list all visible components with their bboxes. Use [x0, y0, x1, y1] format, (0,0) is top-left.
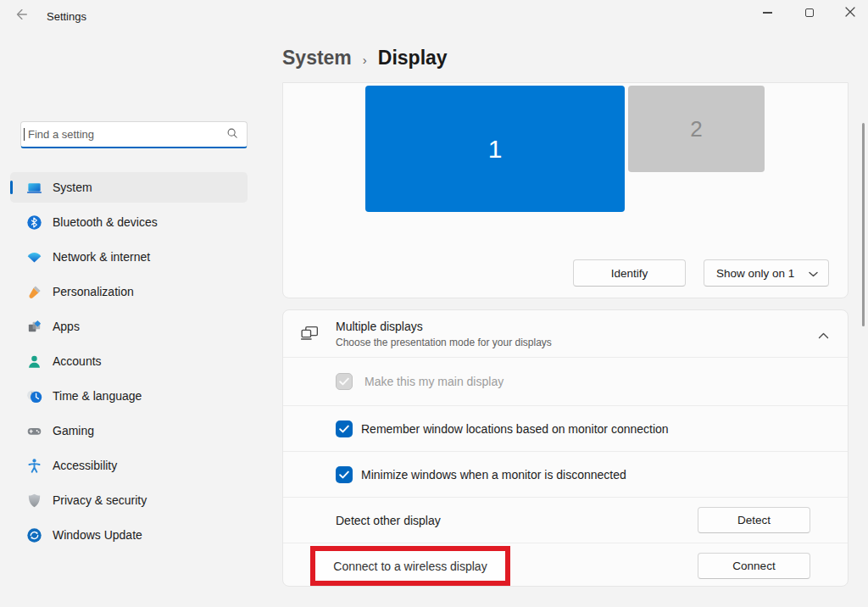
- accounts-icon: [25, 353, 42, 370]
- maximize-icon: [805, 8, 814, 17]
- back-arrow-icon: [14, 7, 29, 25]
- multiple-displays-card: Multiple displays Choose the presentatio…: [282, 309, 849, 587]
- wireless-display-label: Connect to a wireless display: [333, 560, 487, 573]
- breadcrumb: System › Display: [282, 47, 448, 70]
- remember-locations-label: Remember window locations based on monit…: [361, 422, 669, 436]
- wireless-display-row: Connect to a wireless display Connect: [283, 543, 848, 587]
- sidebar-item-accounts[interactable]: Accounts: [10, 346, 248, 376]
- network-icon: [25, 248, 42, 265]
- monitor-1[interactable]: 1: [365, 86, 625, 212]
- maximize-button[interactable]: [791, 0, 828, 25]
- sidebar-item-label: Network & internet: [53, 250, 150, 264]
- apps-icon: [25, 318, 42, 335]
- sidebar-item-system[interactable]: System: [10, 172, 248, 203]
- connect-button[interactable]: Connect: [698, 553, 810, 579]
- show-only-dropdown[interactable]: Show only on 1: [704, 259, 829, 287]
- monitor-2-number: 2: [690, 116, 702, 142]
- minimize-icon: [763, 12, 772, 13]
- remember-locations-checkbox[interactable]: [336, 420, 353, 437]
- sidebar-item-accessibility[interactable]: Accessibility: [10, 450, 248, 481]
- sidebar-item-label: Bluetooth & devices: [53, 215, 158, 229]
- monitor-1-number: 1: [488, 135, 503, 164]
- detect-button[interactable]: Detect: [698, 507, 810, 533]
- back-button[interactable]: [10, 7, 32, 25]
- minimize-windows-option-row: Minimize windows when a monitor is disco…: [283, 451, 848, 497]
- sidebar-item-gaming[interactable]: Gaming: [10, 415, 248, 446]
- sidebar-item-label: Personalization: [53, 285, 134, 298]
- main-display-label: Make this my main display: [364, 375, 504, 388]
- detect-display-label: Detect other display: [336, 514, 441, 527]
- bluetooth-icon: [25, 214, 42, 231]
- time-language-icon: [25, 387, 42, 404]
- sidebar-item-time-language[interactable]: Time & language: [10, 381, 248, 411]
- main-display-checkbox: [336, 373, 353, 390]
- titlebar: Settings: [0, 0, 868, 31]
- minimize-windows-checkbox[interactable]: [336, 466, 353, 483]
- breadcrumb-parent[interactable]: System: [282, 47, 352, 70]
- sidebar-item-privacy-security[interactable]: Privacy & security: [10, 485, 248, 515]
- show-only-dropdown-value: Show only on 1: [716, 267, 794, 280]
- privacy-icon: [25, 492, 42, 509]
- sidebar-item-label: Gaming: [53, 424, 94, 437]
- sidebar-item-label: Windows Update: [53, 528, 142, 542]
- sidebar-item-label: Apps: [53, 320, 80, 333]
- detect-display-row: Detect other display Detect: [283, 497, 848, 543]
- chevron-down-icon: [809, 267, 818, 280]
- display-arrangement-card: 1 2 Identify Show only on 1: [282, 82, 849, 298]
- identify-button[interactable]: Identify: [573, 259, 686, 287]
- sidebar-item-personalization[interactable]: Personalization: [10, 276, 248, 307]
- sidebar-item-label: Time & language: [53, 389, 142, 403]
- page-title: Display: [378, 47, 448, 70]
- multiple-displays-subtitle: Choose the presentation mode for your di…: [336, 337, 552, 348]
- remember-locations-option-row: Remember window locations based on monit…: [283, 405, 848, 451]
- search-icon: [226, 127, 238, 142]
- sidebar-item-label: Privacy & security: [53, 493, 147, 507]
- sidebar-item-windows-update[interactable]: Windows Update: [10, 520, 248, 550]
- sidebar-item-label: Accounts: [53, 354, 102, 368]
- gaming-icon: [25, 422, 42, 439]
- sidebar-item-label: System: [53, 181, 92, 194]
- app-title: Settings: [47, 10, 86, 23]
- multiple-displays-icon: [299, 323, 320, 348]
- selection-indicator: [10, 181, 13, 194]
- multiple-displays-header[interactable]: Multiple displays Choose the presentatio…: [283, 310, 848, 357]
- text-caret: [24, 128, 25, 141]
- sidebar-item-label: Accessibility: [53, 459, 117, 472]
- search-input[interactable]: [28, 128, 226, 141]
- search-box[interactable]: [20, 121, 248, 148]
- scrollbar-thumb[interactable]: [862, 123, 865, 326]
- sidebar-item-network-internet[interactable]: Network & internet: [10, 242, 248, 272]
- sidebar-item-bluetooth-devices[interactable]: Bluetooth & devices: [10, 207, 248, 237]
- windows-update-icon: [25, 526, 42, 543]
- main-display-option-row: Make this my main display: [283, 357, 848, 405]
- monitor-2[interactable]: 2: [628, 86, 765, 172]
- system-icon: [25, 179, 42, 196]
- multiple-displays-title: Multiple displays: [336, 320, 423, 333]
- chevron-up-icon[interactable]: [818, 327, 829, 342]
- minimize-windows-label: Minimize windows when a monitor is disco…: [361, 468, 626, 482]
- close-button[interactable]: [832, 0, 868, 25]
- minimize-button[interactable]: [748, 0, 786, 25]
- annotation-highlight-box: Connect to a wireless display: [310, 546, 510, 586]
- sidebar-item-apps[interactable]: Apps: [10, 311, 248, 342]
- personalization-icon: [25, 283, 42, 300]
- close-icon: [845, 5, 855, 20]
- breadcrumb-chevron-icon: ›: [363, 50, 367, 67]
- accessibility-icon: [25, 457, 42, 474]
